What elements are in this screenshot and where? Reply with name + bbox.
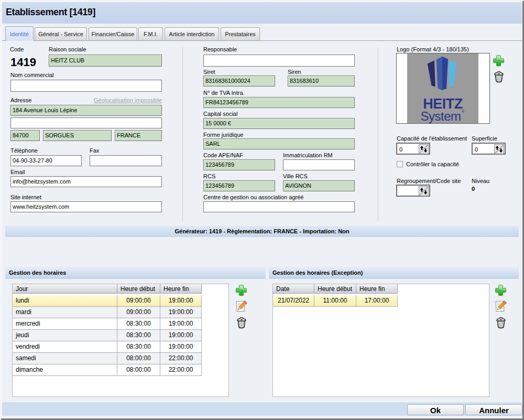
svg-text:System: System [420,109,461,123]
svg-text:®: ® [462,110,465,113]
